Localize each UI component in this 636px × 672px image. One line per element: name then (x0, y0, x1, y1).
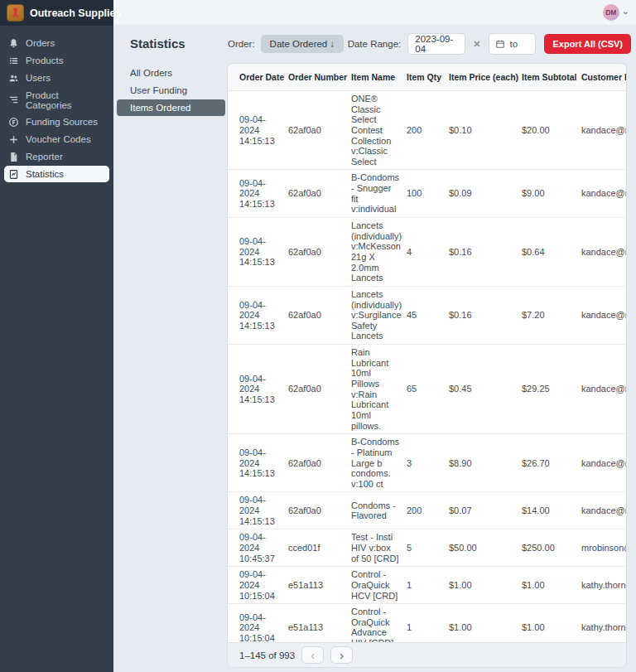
table-row: 09-04-2024 14:15:13 62af0a0 ONE® Classic… (228, 91, 626, 170)
sidebar-item-label: Products (26, 56, 63, 65)
app-logo (7, 4, 24, 22)
next-page-button[interactable]: › (330, 646, 353, 664)
cell-item-subtotal: $9.00 (522, 170, 581, 218)
column-header: Customer Em (581, 64, 626, 91)
cell-order-date: 09-04-2024 14:15:13 (228, 286, 288, 344)
cell-item-subtotal: $250.00 (522, 529, 581, 567)
table-row: 09-04-2024 10:45:37 cced01f Test - Insti… (228, 529, 626, 567)
tab-all-orders[interactable]: All Orders (117, 65, 225, 81)
cell-customer-email: kandace@nei (581, 434, 626, 492)
cell-item-name: Lancets (individually) v:McKesson 21g X … (351, 218, 407, 287)
table-row: 09-04-2024 14:15:13 62af0a0 Rain Lubrica… (228, 345, 626, 434)
cell-order-number: e51a113 (288, 604, 351, 642)
cell-item-subtotal: $1.00 (522, 567, 581, 604)
ribbon-icon (9, 7, 22, 19)
cell-customer-email: kandace@nei (581, 492, 626, 529)
sidebar-item-users[interactable]: Users (4, 70, 109, 86)
cell-item-price: $0.09 (449, 170, 522, 218)
tab-items-ordered[interactable]: Items Ordered (117, 99, 225, 116)
cell-order-number: e51a113 (288, 567, 351, 604)
sidebar-item-products[interactable]: Products (4, 52, 109, 69)
cell-order-date: 09-04-2024 14:15:13 (228, 170, 288, 218)
cell-item-name: Test - Insti HIV v:box of 50 [CRD] (351, 529, 407, 567)
date-range-label: Date Range: (348, 39, 402, 49)
sidebar-item-label: Reporter (26, 152, 63, 162)
chart-icon (8, 169, 19, 180)
cell-item-qty: 100 (407, 170, 449, 218)
page-title: Statistics (130, 36, 186, 51)
cell-order-number: 62af0a0 (288, 91, 351, 170)
cell-item-subtotal: $20.00 (522, 91, 581, 170)
sidebar-item-orders[interactable]: Orders (4, 35, 109, 51)
cell-item-qty: 5 (407, 529, 449, 567)
cell-item-name: Control - OraQuick Advance HIV [CRD] (351, 604, 407, 642)
cell-order-number: 62af0a0 (288, 218, 351, 287)
users-icon (8, 73, 19, 84)
avatar: DM (603, 4, 619, 21)
sidebar-item-statistics[interactable]: Statistics (4, 166, 109, 182)
sidebar-item-funding-sources[interactable]: Funding Sources (4, 114, 109, 130)
column-header: Order Date (228, 64, 288, 91)
sidebar-item-reporter[interactable]: Reporter (4, 148, 109, 165)
cell-customer-email: kandace@nei (581, 345, 626, 434)
sidebar-nav: Orders Products Users Product Categories… (0, 26, 113, 182)
cell-order-date: 09-04-2024 10:15:04 (228, 567, 288, 604)
sidebar-item-label: Statistics (26, 169, 64, 179)
cell-item-price: $8.90 (449, 434, 522, 492)
cell-item-qty: 65 (407, 345, 449, 434)
sidebar-header: Outreach Supplies (0, 0, 113, 26)
order-sort-button[interactable]: Date Ordered ↓ (261, 35, 344, 53)
column-header: Order Number (288, 64, 351, 91)
cell-item-price: $0.45 (449, 345, 522, 434)
pagination-range: 1–145 of 993 (239, 650, 295, 660)
plus-icon (8, 134, 19, 145)
cell-item-price: $0.07 (449, 492, 522, 529)
funding-icon (8, 117, 19, 128)
tab-user-funding[interactable]: User Funding (117, 82, 225, 99)
items-ordered-table: Order DateOrder NumberItem NameItem QtyI… (228, 64, 626, 642)
date-from-input[interactable]: 2023-09-04 (407, 33, 465, 55)
list-icon (8, 56, 19, 66)
sidebar-item-label: Users (26, 73, 51, 83)
cell-item-qty: 1 (407, 604, 449, 642)
date-to-input[interactable]: to (489, 33, 536, 55)
cell-item-subtotal: $1.00 (522, 604, 581, 642)
cell-item-subtotal: $29.25 (522, 345, 581, 434)
cell-item-subtotal: $0.64 (522, 218, 581, 287)
cell-order-number: 62af0a0 (288, 286, 351, 344)
cell-customer-email: kathy.thornsc (581, 604, 626, 642)
table-scroll-area[interactable]: Order DateOrder NumberItem NameItem QtyI… (228, 64, 626, 642)
export-csv-button[interactable]: Export All (CSV) (544, 34, 631, 54)
cell-order-number: 62af0a0 (288, 434, 351, 492)
cell-item-name: B-Condoms - Snugger fit v:individual (351, 170, 407, 218)
table-row: 09-04-2024 14:15:13 62af0a0 Lancets (ind… (228, 218, 626, 287)
column-header: Item Price (each) (449, 64, 522, 91)
date-to-placeholder: to (509, 39, 518, 49)
categories-icon (8, 94, 19, 105)
prev-page-button[interactable]: ‹ (301, 646, 324, 664)
cell-item-name: Control - OraQuick HCV [CRD] (351, 567, 407, 604)
cell-customer-email: kathy.thornsc (581, 567, 626, 604)
statistics-subnav: All Orders User Funding Items Ordered (117, 65, 225, 117)
table-header-row: Order DateOrder NumberItem NameItem QtyI… (228, 64, 626, 91)
sidebar-item-voucher-codes[interactable]: Voucher Codes (4, 131, 109, 147)
cell-customer-email: kandace@nei (581, 170, 626, 218)
clear-date-icon[interactable]: ✕ (473, 39, 480, 50)
subnav-tab-label: Items Ordered (130, 103, 191, 113)
column-header: Item Subtotal (522, 64, 581, 91)
cell-item-name: B-Condoms - Platinum Large b condoms. v:… (351, 434, 407, 492)
cell-item-price: $1.00 (449, 567, 522, 604)
sidebar-item-product-categories[interactable]: Product Categories (4, 87, 109, 113)
sidebar: Outreach Supplies Orders Products Users … (0, 0, 113, 672)
topbar: DM ⌄ (113, 0, 636, 25)
cell-item-name: Condoms - Flavored (351, 492, 407, 529)
table-row: 09-04-2024 10:15:04 e51a113 Control - Or… (228, 604, 626, 642)
cell-order-number: 62af0a0 (288, 170, 351, 218)
user-menu-button[interactable]: DM ⌄ (600, 0, 633, 25)
cell-item-name: Lancets (individually) v:Surgilance Safe… (351, 286, 407, 344)
items-ordered-panel: Order DateOrder NumberItem NameItem QtyI… (227, 63, 627, 668)
cell-item-subtotal: $14.00 (522, 492, 581, 529)
cell-order-date: 09-04-2024 14:15:13 (228, 218, 288, 287)
table-row: 09-04-2024 14:15:13 62af0a0 B-Condoms - … (228, 170, 626, 218)
table-row: 09-04-2024 14:15:13 62af0a0 Condoms - Fl… (228, 492, 626, 529)
